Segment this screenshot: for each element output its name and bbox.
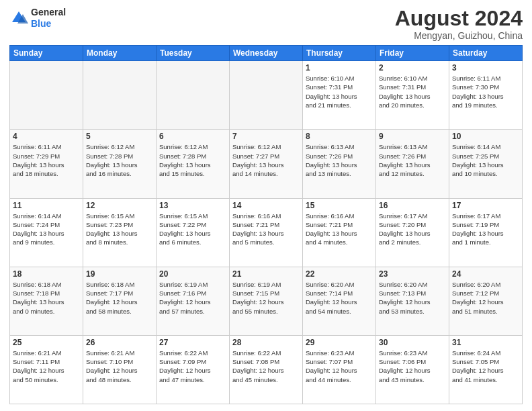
calendar-cell: 3Sunrise: 6:11 AM Sunset: 7:30 PM Daylig… [449, 61, 523, 130]
day-number: 9 [379, 132, 446, 141]
calendar-cell: 27Sunrise: 6:22 AM Sunset: 7:09 PM Dayli… [157, 335, 230, 404]
day-info: Sunrise: 6:10 AM Sunset: 7:31 PM Dayligh… [306, 74, 373, 109]
day-info: Sunrise: 6:13 AM Sunset: 7:26 PM Dayligh… [306, 142, 373, 178]
calendar-cell [230, 61, 303, 130]
day-number: 23 [379, 269, 446, 279]
day-info: Sunrise: 6:16 AM Sunset: 7:21 PM Dayligh… [306, 212, 373, 247]
title-block: August 2024 Mengyan, Guizhou, China [395, 7, 523, 41]
calendar-cell: 17Sunrise: 6:17 AM Sunset: 7:19 PM Dayli… [449, 198, 523, 267]
day-number: 2 [379, 63, 446, 73]
day-info: Sunrise: 6:18 AM Sunset: 7:18 PM Dayligh… [13, 280, 80, 316]
day-number: 12 [86, 201, 153, 210]
day-info: Sunrise: 6:21 AM Sunset: 7:11 PM Dayligh… [13, 349, 80, 384]
calendar-cell: 15Sunrise: 6:16 AM Sunset: 7:21 PM Dayli… [303, 198, 376, 267]
day-number: 14 [232, 201, 300, 210]
day-number: 1 [306, 63, 373, 73]
day-number: 6 [159, 132, 226, 141]
calendar-cell [157, 61, 230, 130]
calendar-cell: 30Sunrise: 6:23 AM Sunset: 7:06 PM Dayli… [376, 335, 449, 404]
logo: General Blue [9, 7, 66, 30]
calendar-cell: 22Sunrise: 6:20 AM Sunset: 7:14 PM Dayli… [303, 267, 376, 335]
day-info: Sunrise: 6:20 AM Sunset: 7:13 PM Dayligh… [379, 280, 446, 316]
day-info: Sunrise: 6:21 AM Sunset: 7:10 PM Dayligh… [86, 349, 153, 384]
day-number: 18 [13, 269, 80, 279]
calendar-cell: 14Sunrise: 6:16 AM Sunset: 7:21 PM Dayli… [230, 198, 303, 267]
location: Mengyan, Guizhou, China [395, 30, 523, 41]
day-info: Sunrise: 6:11 AM Sunset: 7:30 PM Dayligh… [452, 74, 519, 109]
calendar-cell: 4Sunrise: 6:11 AM Sunset: 7:29 PM Daylig… [10, 130, 83, 198]
weekday-header-row: SundayMondayTuesdayWednesdayThursdayFrid… [10, 46, 523, 61]
calendar-cell: 24Sunrise: 6:20 AM Sunset: 7:12 PM Dayli… [449, 267, 523, 335]
logo-icon [9, 9, 28, 28]
calendar-cell: 8Sunrise: 6:13 AM Sunset: 7:26 PM Daylig… [303, 130, 376, 198]
calendar-cell: 29Sunrise: 6:23 AM Sunset: 7:07 PM Dayli… [303, 335, 376, 404]
calendar: SundayMondayTuesdayWednesdayThursdayFrid… [9, 45, 523, 404]
calendar-cell [83, 61, 157, 130]
day-info: Sunrise: 6:17 AM Sunset: 7:20 PM Dayligh… [379, 212, 446, 247]
calendar-body: 1Sunrise: 6:10 AM Sunset: 7:31 PM Daylig… [10, 61, 523, 404]
day-info: Sunrise: 6:14 AM Sunset: 7:24 PM Dayligh… [13, 212, 80, 247]
day-number: 3 [452, 63, 519, 73]
day-info: Sunrise: 6:12 AM Sunset: 7:27 PM Dayligh… [232, 142, 300, 178]
day-info: Sunrise: 6:10 AM Sunset: 7:31 PM Dayligh… [379, 74, 446, 109]
day-info: Sunrise: 6:15 AM Sunset: 7:23 PM Dayligh… [86, 212, 153, 247]
day-info: Sunrise: 6:14 AM Sunset: 7:25 PM Dayligh… [452, 142, 519, 178]
day-number: 19 [86, 269, 153, 279]
day-info: Sunrise: 6:22 AM Sunset: 7:08 PM Dayligh… [232, 349, 300, 384]
calendar-cell: 25Sunrise: 6:21 AM Sunset: 7:11 PM Dayli… [10, 335, 83, 404]
calendar-cell: 6Sunrise: 6:12 AM Sunset: 7:28 PM Daylig… [157, 130, 230, 198]
day-info: Sunrise: 6:20 AM Sunset: 7:14 PM Dayligh… [306, 280, 373, 316]
month-year: August 2024 [395, 7, 523, 30]
day-info: Sunrise: 6:11 AM Sunset: 7:29 PM Dayligh… [13, 142, 80, 178]
day-info: Sunrise: 6:12 AM Sunset: 7:28 PM Dayligh… [159, 142, 226, 178]
calendar-cell: 23Sunrise: 6:20 AM Sunset: 7:13 PM Dayli… [376, 267, 449, 335]
calendar-cell: 1Sunrise: 6:10 AM Sunset: 7:31 PM Daylig… [303, 61, 376, 130]
day-info: Sunrise: 6:17 AM Sunset: 7:19 PM Dayligh… [452, 212, 519, 247]
calendar-cell: 21Sunrise: 6:19 AM Sunset: 7:15 PM Dayli… [230, 267, 303, 335]
calendar-cell: 26Sunrise: 6:21 AM Sunset: 7:10 PM Dayli… [83, 335, 157, 404]
week-row-0: 1Sunrise: 6:10 AM Sunset: 7:31 PM Daylig… [10, 61, 523, 130]
day-number: 13 [159, 201, 226, 210]
day-number: 11 [13, 201, 80, 210]
weekday-header-thursday: Thursday [303, 46, 376, 61]
day-number: 26 [86, 338, 153, 347]
day-number: 31 [452, 338, 519, 347]
calendar-cell: 20Sunrise: 6:19 AM Sunset: 7:16 PM Dayli… [157, 267, 230, 335]
calendar-cell: 7Sunrise: 6:12 AM Sunset: 7:27 PM Daylig… [230, 130, 303, 198]
day-number: 7 [232, 132, 300, 141]
day-info: Sunrise: 6:12 AM Sunset: 7:28 PM Dayligh… [86, 142, 153, 178]
day-info: Sunrise: 6:19 AM Sunset: 7:15 PM Dayligh… [232, 280, 300, 316]
logo-general: General [31, 7, 66, 17]
calendar-cell: 16Sunrise: 6:17 AM Sunset: 7:20 PM Dayli… [376, 198, 449, 267]
day-number: 15 [306, 201, 373, 210]
day-info: Sunrise: 6:16 AM Sunset: 7:21 PM Dayligh… [232, 212, 300, 247]
day-number: 16 [379, 201, 446, 210]
day-number: 10 [452, 132, 519, 141]
calendar-cell: 12Sunrise: 6:15 AM Sunset: 7:23 PM Dayli… [83, 198, 157, 267]
day-info: Sunrise: 6:13 AM Sunset: 7:26 PM Dayligh… [379, 142, 446, 178]
day-number: 5 [86, 132, 153, 141]
day-number: 22 [306, 269, 373, 279]
calendar-cell: 10Sunrise: 6:14 AM Sunset: 7:25 PM Dayli… [449, 130, 523, 198]
day-number: 28 [232, 338, 300, 347]
day-number: 24 [452, 269, 519, 279]
day-info: Sunrise: 6:19 AM Sunset: 7:16 PM Dayligh… [159, 280, 226, 316]
day-number: 30 [379, 338, 446, 347]
weekday-header-wednesday: Wednesday [230, 46, 303, 61]
calendar-cell: 5Sunrise: 6:12 AM Sunset: 7:28 PM Daylig… [83, 130, 157, 198]
day-number: 20 [159, 269, 226, 279]
calendar-cell: 31Sunrise: 6:24 AM Sunset: 7:05 PM Dayli… [449, 335, 523, 404]
calendar-cell: 11Sunrise: 6:14 AM Sunset: 7:24 PM Dayli… [10, 198, 83, 267]
week-row-3: 18Sunrise: 6:18 AM Sunset: 7:18 PM Dayli… [10, 267, 523, 335]
day-info: Sunrise: 6:20 AM Sunset: 7:12 PM Dayligh… [452, 280, 519, 316]
day-number: 27 [159, 338, 226, 347]
logo-text: General Blue [31, 7, 66, 30]
calendar-cell: 19Sunrise: 6:18 AM Sunset: 7:17 PM Dayli… [83, 267, 157, 335]
page: General Blue August 2024 Mengyan, Guizho… [0, 0, 532, 411]
week-row-2: 11Sunrise: 6:14 AM Sunset: 7:24 PM Dayli… [10, 198, 523, 267]
day-number: 8 [306, 132, 373, 141]
calendar-cell: 9Sunrise: 6:13 AM Sunset: 7:26 PM Daylig… [376, 130, 449, 198]
day-info: Sunrise: 6:18 AM Sunset: 7:17 PM Dayligh… [86, 280, 153, 316]
day-number: 17 [452, 201, 519, 210]
day-number: 4 [13, 132, 80, 141]
